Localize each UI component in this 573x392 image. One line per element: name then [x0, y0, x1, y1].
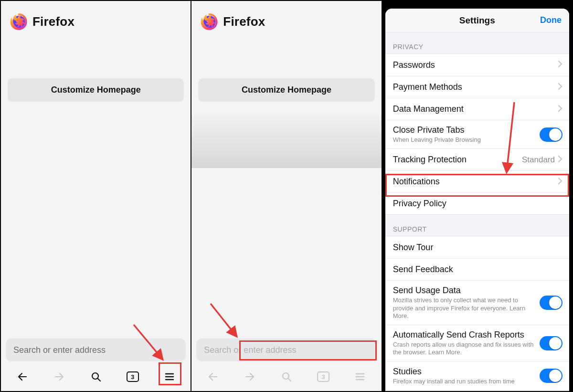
tabs-button[interactable]: 3: [122, 366, 143, 387]
cell-studies[interactable]: StudiesFirefox may install and run studi…: [385, 361, 569, 390]
firefox-label: Firefox: [32, 14, 74, 29]
forward-arrow-icon: [244, 371, 255, 382]
chevron-right-icon: [558, 105, 562, 114]
url-bar: Search or enter address: [196, 339, 376, 361]
settings-sheet: Settings Done Privacy Passwords Payment …: [385, 9, 569, 391]
hamburger-menu-icon: [354, 371, 366, 382]
search-icon: [90, 371, 102, 382]
firefox-icon: [10, 12, 28, 31]
cell-notifications[interactable]: Notifications: [385, 170, 569, 192]
back-button: [202, 366, 223, 387]
bottom-toolbar: 3: [191, 364, 381, 391]
cell-show-tour[interactable]: Show Tour: [385, 236, 569, 258]
forward-button: [49, 366, 70, 387]
customize-homepage-button[interactable]: Customize Homepage: [198, 78, 374, 102]
url-placeholder: Search or enter address: [204, 345, 296, 355]
cell-passwords[interactable]: Passwords: [385, 54, 569, 76]
forward-arrow-icon: [53, 371, 65, 382]
annotation-arrow-icon: [208, 301, 242, 341]
firefox-label: Firefox: [223, 14, 265, 29]
cell-data-management[interactable]: Data Management: [385, 98, 569, 120]
screenshot-step-1: Firefox Customize Homepage Search or ent…: [0, 0, 191, 392]
cell-crash-reports[interactable]: Automatically Send Crash ReportsCrash re…: [385, 325, 569, 361]
toggle-crash-reports[interactable]: [540, 336, 562, 350]
settings-title: Settings: [459, 15, 495, 26]
tracking-value: Standard: [522, 155, 555, 165]
customize-homepage-button[interactable]: Customize Homepage: [8, 78, 184, 102]
hamburger-menu-icon: [164, 371, 175, 382]
url-placeholder: Search or enter address: [13, 345, 106, 355]
search-button: [276, 366, 297, 387]
svg-line-19: [211, 304, 236, 336]
firefox-brand: Firefox: [1, 1, 191, 35]
chevron-right-icon: [558, 60, 562, 70]
back-arrow-icon: [207, 371, 219, 382]
forward-button: [239, 366, 260, 387]
cell-tracking-protection[interactable]: Tracking ProtectionStandard: [385, 148, 569, 170]
screenshot-step-3: Settings Done Privacy Passwords Payment …: [382, 0, 573, 392]
tab-count-badge: 3: [127, 371, 139, 382]
back-button[interactable]: [12, 366, 33, 387]
toggle-usage-data[interactable]: [540, 296, 562, 310]
search-icon: [281, 371, 292, 382]
done-button[interactable]: Done: [540, 9, 562, 32]
privacy-list: Passwords Payment Methods Data Managemen…: [385, 53, 569, 215]
cell-close-private-tabs[interactable]: Close Private TabsWhen Leaving Private B…: [385, 120, 569, 148]
chevron-right-icon: [558, 83, 562, 92]
tab-count-badge: 3: [317, 371, 329, 382]
bottom-toolbar: 3: [1, 364, 191, 391]
chevron-right-icon: [558, 177, 562, 187]
section-header-support: Support: [385, 215, 569, 236]
search-button[interactable]: [85, 366, 106, 387]
back-arrow-icon: [17, 371, 28, 382]
screenshot-step-2: Firefox Customize Homepage Search or ent…: [191, 0, 382, 392]
chevron-right-icon: [558, 155, 562, 165]
cell-payment-methods[interactable]: Payment Methods: [385, 76, 569, 98]
cell-privacy-policy[interactable]: Privacy Policy: [385, 192, 569, 214]
tabs-button: 3: [313, 366, 334, 387]
section-header-privacy: Privacy: [385, 32, 569, 53]
hamburger-menu-button[interactable]: [159, 366, 180, 387]
toggle-studies[interactable]: [540, 369, 562, 383]
cell-send-usage-data[interactable]: Send Usage DataMozilla strives to only c…: [385, 280, 569, 325]
support-list: Show Tour Send Feedback Send Usage DataM…: [385, 236, 569, 391]
firefox-brand: Firefox: [191, 1, 381, 35]
hamburger-menu-button: [350, 366, 371, 387]
url-bar[interactable]: Search or enter address: [6, 339, 186, 361]
settings-header: Settings Done: [385, 9, 569, 32]
toggle-close-private[interactable]: [540, 127, 562, 142]
firefox-icon: [200, 12, 218, 31]
cell-send-feedback[interactable]: Send Feedback: [385, 258, 569, 280]
